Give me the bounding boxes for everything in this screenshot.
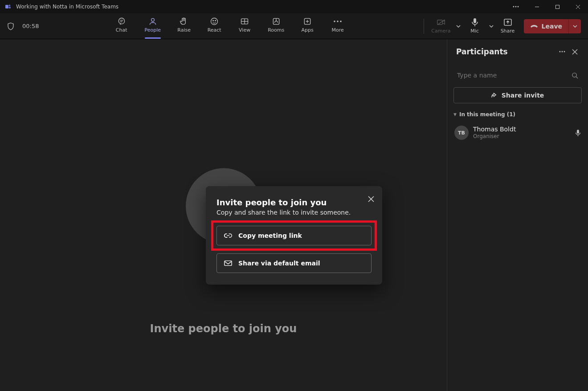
panel-close-button[interactable] xyxy=(568,45,581,58)
toolbar-label: View xyxy=(239,27,250,33)
meeting-stage: Invite people to join you Invite people … xyxy=(0,39,447,391)
more-window-icon[interactable] xyxy=(508,6,524,8)
panel-more-button[interactable] xyxy=(556,45,568,58)
meeting-timer: 00:58 xyxy=(22,23,39,29)
toolbar-apps[interactable]: Apps xyxy=(298,13,316,39)
toolbar-label: More xyxy=(332,27,344,33)
svg-point-16 xyxy=(215,20,216,21)
copy-link-label: Copy meeting link xyxy=(238,232,302,239)
svg-point-10 xyxy=(118,18,124,24)
modal-subtitle: Copy and share the link to invite someon… xyxy=(216,209,372,216)
svg-line-28 xyxy=(437,20,445,25)
apps-icon xyxy=(303,17,312,25)
shield-icon[interactable] xyxy=(7,22,14,30)
share-screen-icon xyxy=(503,18,512,26)
toolbar-people[interactable]: People xyxy=(143,13,163,39)
toolbar-raise[interactable]: Raise xyxy=(175,13,193,39)
toolbar-label: Chat xyxy=(116,27,127,33)
link-icon xyxy=(224,233,232,238)
titlebar: Working with Notta in Microsoft Teams xyxy=(0,0,588,13)
toolbar-label: Raise xyxy=(177,27,191,33)
svg-point-38 xyxy=(562,51,563,53)
participant-role: Organiser xyxy=(473,133,571,139)
participants-panel: Participants Share invite xyxy=(447,39,588,391)
phone-down-icon xyxy=(530,24,538,29)
svg-point-39 xyxy=(564,51,565,53)
svg-rect-29 xyxy=(474,18,476,23)
toolbar-label: React xyxy=(208,27,221,33)
svg-point-42 xyxy=(572,73,576,77)
leave-chevron[interactable] xyxy=(568,19,581,33)
toolbar-label: Rooms xyxy=(268,27,284,33)
avatar: TB xyxy=(454,126,469,140)
share-invite-label: Share invite xyxy=(502,92,544,99)
participant-row[interactable]: TB Thomas Boldt Organiser xyxy=(453,123,582,143)
panel-title: Participants xyxy=(456,47,508,56)
modal-title: Invite people to join you xyxy=(216,198,372,207)
react-icon xyxy=(210,17,219,25)
leave-label: Leave xyxy=(542,23,562,30)
chat-icon xyxy=(117,17,126,25)
svg-point-4 xyxy=(515,6,517,8)
svg-point-15 xyxy=(213,20,214,21)
toolbar-chat[interactable]: Chat xyxy=(113,13,131,39)
mic-chevron[interactable] xyxy=(487,25,495,28)
search-icon xyxy=(572,72,578,79)
toolbar-rooms[interactable]: Rooms xyxy=(266,13,286,39)
svg-rect-36 xyxy=(225,261,232,266)
share-email-label: Share via default email xyxy=(238,260,320,267)
svg-point-13 xyxy=(151,18,155,21)
svg-point-1 xyxy=(8,4,10,6)
raise-hand-icon xyxy=(180,17,188,25)
minimize-button[interactable] xyxy=(527,0,547,13)
email-icon xyxy=(224,260,232,266)
rooms-icon xyxy=(272,17,281,25)
svg-rect-44 xyxy=(577,130,579,134)
share-via-email-button[interactable]: Share via default email xyxy=(216,253,372,273)
camera-label: Camera xyxy=(431,28,450,34)
svg-point-3 xyxy=(513,6,514,8)
participant-search[interactable] xyxy=(453,69,582,82)
window-title: Working with Notta in Microsoft Teams xyxy=(16,4,118,10)
svg-point-5 xyxy=(518,6,519,8)
mic-icon xyxy=(471,18,478,26)
toolbar-more[interactable]: More xyxy=(329,13,347,39)
leave-button[interactable]: Leave xyxy=(524,19,568,33)
search-input[interactable] xyxy=(457,72,572,79)
svg-rect-0 xyxy=(5,5,8,8)
invite-modal: Invite people to join you Copy and share… xyxy=(206,186,382,285)
svg-point-37 xyxy=(559,51,561,53)
svg-rect-2 xyxy=(8,7,11,8)
toolbar-label: Apps xyxy=(302,27,314,33)
mic-control[interactable]: Mic xyxy=(466,18,484,34)
share-invite-button[interactable]: Share invite xyxy=(453,87,582,103)
svg-line-43 xyxy=(576,77,578,78)
mic-label: Mic xyxy=(470,28,479,34)
participant-name: Thomas Boldt xyxy=(473,126,571,133)
meeting-toolbar: 00:58 Chat People Raise React View xyxy=(0,13,588,39)
toolbar-divider xyxy=(424,19,424,34)
section-in-meeting[interactable]: ▼ In this meeting (1) xyxy=(453,111,582,118)
more-icon xyxy=(333,17,342,25)
svg-point-26 xyxy=(340,20,342,22)
share-label: Share xyxy=(501,28,515,34)
share-control[interactable]: Share xyxy=(499,18,517,34)
svg-point-24 xyxy=(334,20,335,22)
svg-point-25 xyxy=(337,20,339,22)
camera-chevron[interactable] xyxy=(454,25,462,28)
camera-off-icon xyxy=(437,18,445,26)
maximize-button[interactable] xyxy=(547,0,568,13)
camera-control[interactable]: Camera xyxy=(431,18,450,34)
svg-point-14 xyxy=(211,18,218,25)
modal-backdrop: Invite people to join you Copy and share… xyxy=(0,39,447,391)
svg-rect-27 xyxy=(437,20,443,24)
toolbar-label: People xyxy=(145,27,161,33)
toolbar-react[interactable]: React xyxy=(205,13,223,39)
copy-meeting-link-button[interactable]: Copy meeting link xyxy=(216,226,372,245)
triangle-down-icon: ▼ xyxy=(453,112,457,117)
modal-close-button[interactable] xyxy=(368,196,374,202)
close-window-button[interactable] xyxy=(568,0,588,13)
svg-rect-7 xyxy=(555,5,559,8)
people-icon xyxy=(148,17,157,25)
toolbar-view[interactable]: View xyxy=(236,13,253,39)
